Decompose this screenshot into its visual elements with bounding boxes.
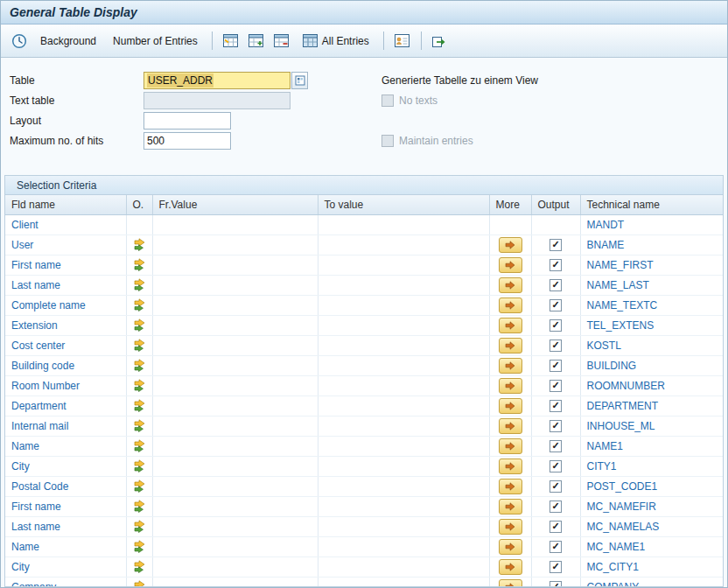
selection-options-icon[interactable] <box>131 237 147 253</box>
output-checkbox[interactable] <box>550 581 562 587</box>
more-button[interactable] <box>499 358 522 374</box>
more-button[interactable] <box>499 257 522 273</box>
more-button[interactable] <box>499 277 522 293</box>
more-button[interactable] <box>499 418 522 434</box>
more-button[interactable] <box>499 519 522 535</box>
from-value-input[interactable] <box>159 417 312 434</box>
from-value-input[interactable] <box>159 558 312 575</box>
selection-options-icon[interactable] <box>131 378 147 394</box>
selection-options-icon[interactable] <box>131 358 147 374</box>
to-value-input[interactable] <box>325 236 483 253</box>
output-checkbox[interactable] <box>550 259 562 271</box>
selection-options-icon[interactable] <box>131 257 147 273</box>
selection-options-icon[interactable] <box>131 559 147 575</box>
table-insert-entry-button[interactable] <box>245 30 268 52</box>
more-button[interactable] <box>499 559 522 575</box>
selection-options-icon[interactable] <box>131 398 147 414</box>
from-value-input[interactable] <box>159 236 312 253</box>
to-value-input[interactable] <box>325 397 483 414</box>
from-value-input[interactable] <box>159 518 312 535</box>
from-value-input[interactable] <box>159 297 312 313</box>
more-button[interactable] <box>499 438 522 454</box>
output-checkbox[interactable] <box>550 299 562 312</box>
to-value-input[interactable] <box>325 337 483 354</box>
user-details-button[interactable] <box>391 30 414 52</box>
selection-options-icon[interactable] <box>131 438 147 454</box>
output-checkbox[interactable] <box>550 561 562 573</box>
table-select-button[interactable] <box>220 30 242 52</box>
from-value-input[interactable] <box>159 498 312 514</box>
table-delete-entry-button[interactable] <box>270 30 293 52</box>
to-value-input[interactable] <box>325 538 483 555</box>
from-value-input[interactable] <box>159 216 312 233</box>
selection-options-icon[interactable] <box>131 579 147 588</box>
selection-options-icon[interactable] <box>131 318 147 333</box>
more-button[interactable] <box>499 298 522 313</box>
output-checkbox[interactable] <box>550 279 562 291</box>
more-button[interactable] <box>499 458 522 474</box>
output-checkbox[interactable] <box>550 420 562 432</box>
selection-options-icon[interactable] <box>131 338 147 354</box>
from-value-input[interactable] <box>159 357 312 374</box>
from-value-input[interactable] <box>159 276 312 293</box>
from-value-input[interactable] <box>159 317 312 333</box>
from-value-input[interactable] <box>159 377 312 394</box>
execute-button[interactable] <box>8 30 31 52</box>
output-checkbox[interactable] <box>550 440 562 452</box>
selection-options-icon[interactable] <box>131 479 147 494</box>
output-checkbox[interactable] <box>550 541 562 553</box>
from-value-input[interactable] <box>159 337 312 354</box>
more-button[interactable] <box>499 539 522 555</box>
selection-options-icon[interactable] <box>131 499 147 514</box>
from-value-input[interactable] <box>159 397 312 414</box>
from-value-input[interactable] <box>159 458 312 474</box>
from-value-input[interactable] <box>159 578 312 587</box>
to-value-input[interactable] <box>325 276 483 293</box>
output-checkbox[interactable] <box>550 340 562 352</box>
output-checkbox[interactable] <box>550 380 562 392</box>
layout-input[interactable] <box>144 112 231 130</box>
from-value-input[interactable] <box>159 478 312 494</box>
to-value-input[interactable] <box>325 317 483 333</box>
from-value-input[interactable] <box>159 538 312 555</box>
to-value-input[interactable] <box>325 578 483 587</box>
output-checkbox[interactable] <box>550 500 562 513</box>
output-checkbox[interactable] <box>550 521 562 533</box>
to-value-input[interactable] <box>325 357 483 374</box>
background-button[interactable]: Background <box>33 32 103 51</box>
more-button[interactable] <box>499 398 522 414</box>
from-value-input[interactable] <box>159 256 312 273</box>
max-hits-input[interactable]: 500 <box>144 132 231 150</box>
more-button[interactable] <box>499 237 522 253</box>
selection-options-icon[interactable] <box>131 458 147 474</box>
to-value-input[interactable] <box>325 518 483 535</box>
to-value-input[interactable] <box>325 417 483 434</box>
jump-button[interactable] <box>429 30 452 52</box>
output-checkbox[interactable] <box>550 360 562 372</box>
to-value-input[interactable] <box>325 458 483 474</box>
more-button[interactable] <box>499 499 522 514</box>
selection-options-icon[interactable] <box>131 539 147 555</box>
selection-options-icon[interactable] <box>131 519 147 535</box>
to-value-input[interactable] <box>325 256 483 273</box>
matchcode-button[interactable] <box>291 72 308 89</box>
to-value-input[interactable] <box>325 377 483 394</box>
to-value-input[interactable] <box>325 478 483 494</box>
more-button[interactable] <box>499 318 522 333</box>
to-value-input[interactable] <box>325 558 483 575</box>
all-entries-button[interactable]: All Entries <box>296 31 376 51</box>
more-button[interactable] <box>499 479 522 494</box>
output-checkbox[interactable] <box>550 460 562 472</box>
from-value-input[interactable] <box>159 438 312 454</box>
selection-options-icon[interactable] <box>131 298 147 313</box>
output-checkbox[interactable] <box>550 480 562 493</box>
table-name-input[interactable]: USER_ADDR <box>144 72 290 89</box>
to-value-input[interactable] <box>325 297 483 313</box>
to-value-input[interactable] <box>325 216 483 233</box>
output-checkbox[interactable] <box>550 239 562 251</box>
selection-options-icon[interactable] <box>131 277 147 293</box>
to-value-input[interactable] <box>325 438 483 454</box>
number-of-entries-button[interactable]: Number of Entries <box>106 32 205 51</box>
output-checkbox[interactable] <box>550 400 562 412</box>
selection-options-icon[interactable] <box>131 418 147 434</box>
